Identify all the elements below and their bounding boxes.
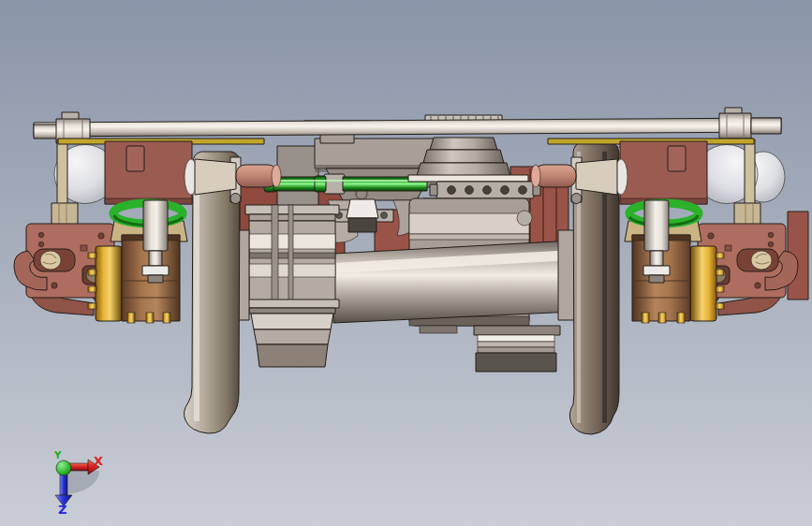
- gold-flange: [96, 246, 122, 321]
- axlebox-housing: [105, 141, 192, 204]
- roller: [40, 251, 61, 270]
- y-axis-label: Y: [53, 450, 62, 460]
- support-post: [57, 139, 67, 205]
- cad-viewport[interactable]: X Z Y: [0, 0, 812, 526]
- piston-rod: [142, 200, 169, 283]
- duct-cone: [195, 159, 236, 195]
- salmon-duct: [236, 165, 277, 187]
- x-axis-arrow[interactable]: [69, 463, 88, 471]
- z-axis-arrow[interactable]: [60, 475, 67, 495]
- green-shaft[interactable]: [264, 174, 427, 194]
- z-axis-label: Z: [58, 503, 66, 517]
- x-axis-label: X: [94, 454, 103, 468]
- housing-pad: [126, 146, 144, 171]
- coupling-drum[interactable]: [245, 205, 339, 367]
- model-view[interactable]: X Z Y: [0, 0, 812, 526]
- y-axis-origin-sphere[interactable]: [56, 460, 71, 475]
